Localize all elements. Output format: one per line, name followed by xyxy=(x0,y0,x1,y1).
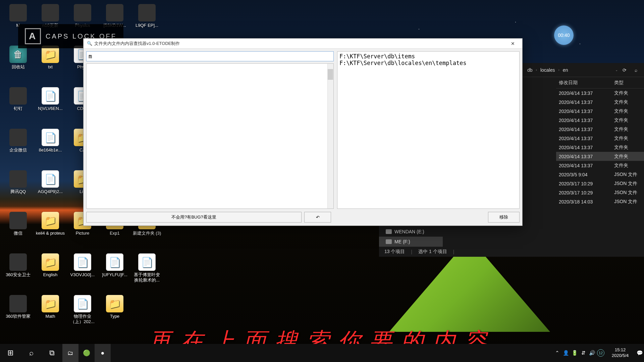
desktop-icon[interactable]: 📁txt xyxy=(34,44,66,85)
desktop-icon[interactable]: 360安全卫士 xyxy=(2,251,34,293)
chevron-right-icon: › xyxy=(536,68,537,72)
desktop-icon[interactable]: 微信 xyxy=(2,210,34,251)
desktop-icon[interactable]: 📄基于傅里叶变换轮廓术的... xyxy=(131,251,163,293)
status-selected-count: 选中 1 个项目 xyxy=(418,249,447,255)
chevron-down-icon[interactable]: ⌄ xyxy=(615,68,618,72)
table-row[interactable]: 2020/4/14 13:37文件夹 xyxy=(556,125,644,134)
breadcrumb-segment[interactable]: en xyxy=(561,67,570,73)
column-header-date[interactable]: 修改日期 xyxy=(556,77,611,88)
dialog-title: 文件夹内文件内内容查找器v1.0-ETODE制作 xyxy=(94,41,180,47)
desktop-icon-label: N)VLV6EN... xyxy=(38,106,62,111)
cell-date: 2020/3/18 14:03 xyxy=(556,197,611,206)
paths-list[interactable]: F:\KTF\Server\db\items F:\KTF\Server\db\… xyxy=(337,51,520,209)
desktop-icon[interactable]: 📄AGQ4P9)2... xyxy=(34,168,66,210)
desktop-icon[interactable]: 📁English xyxy=(34,251,66,293)
desktop-icon[interactable]: 📄V3OVJG0]... xyxy=(66,251,99,293)
dialog-titlebar[interactable]: 🔍 文件夹内文件内内容查找器v1.0-ETODE制作 ✕ xyxy=(84,39,522,49)
tray-icon[interactable]: 👤 xyxy=(561,344,570,362)
notification-center-icon[interactable]: 💬 xyxy=(635,344,644,362)
search-dialog-window: 🔍 文件夹内文件内内容查找器v1.0-ETODE制作 ✕ F:\KTF\Serv… xyxy=(83,38,523,226)
search-icon[interactable]: ⌕ xyxy=(631,65,641,75)
desktop-icon[interactable]: 📄}UFYLFU]F... xyxy=(99,251,131,293)
app-icon xyxy=(9,87,27,105)
cell-type: 文件夹 xyxy=(611,116,644,125)
desktop-icon[interactable]: L9QF EP]... xyxy=(131,2,163,44)
desktop-icon-label: Type xyxy=(110,314,119,319)
desktop-icon[interactable]: 📄物理作业（上）202... xyxy=(66,293,99,335)
scrollbar[interactable] xyxy=(327,64,333,208)
desktop-icon[interactable]: 企业微信 xyxy=(2,127,34,168)
cell-date: 2020/4/14 13:37 xyxy=(556,152,611,161)
drive-item[interactable]: ME (F:) xyxy=(379,237,443,247)
tray-battery-icon[interactable]: 🔋 xyxy=(570,344,579,362)
drive-item[interactable]: WENDAN (E:) xyxy=(379,227,443,237)
app-icon xyxy=(9,4,27,21)
explorer-address-bar[interactable]: db › locales › en ⌄ ⟳ ⌕ xyxy=(523,63,644,77)
desktop-icon[interactable]: 360软件管家 xyxy=(2,293,34,335)
desktop-icon[interactable]: 钉钉 xyxy=(2,85,34,127)
taskbar-app-360[interactable]: 🟢 xyxy=(78,344,95,362)
file-icon: 📄 xyxy=(42,129,59,146)
table-row[interactable]: 2020/3/17 10:29JSON 文件 xyxy=(556,188,644,197)
desktop-icon-label: Picture xyxy=(76,231,89,236)
desktop-icon-label: English xyxy=(43,272,58,278)
table-row[interactable]: 2020/3/5 9:04JSON 文件 xyxy=(556,170,644,179)
tray-volume-icon[interactable]: 🔊 xyxy=(588,344,596,362)
tray-chevron-up-icon[interactable]: ⌃ xyxy=(553,344,561,362)
start-button[interactable]: ⊞ xyxy=(0,344,21,362)
remove-button[interactable]: 移除 xyxy=(488,212,520,223)
close-button[interactable]: ✕ xyxy=(507,39,519,48)
table-row[interactable]: 2020/4/14 13:37文件夹 xyxy=(556,152,644,161)
recording-timer[interactable]: 00:40 xyxy=(554,25,574,45)
cell-date: 2020/4/14 13:37 xyxy=(556,107,611,116)
desktop-icon[interactable]: 📁Type xyxy=(99,293,131,335)
breadcrumb-segment[interactable]: locales xyxy=(539,67,556,73)
app-icon xyxy=(9,170,27,188)
table-row[interactable]: 2020/4/14 13:37文件夹 xyxy=(556,134,644,143)
cell-type: JSON 文件 xyxy=(611,170,644,179)
desktop-icon[interactable]: 📁keil4 & proteus xyxy=(34,210,66,251)
desktop-icon[interactable]: 🗑回收站 xyxy=(2,44,34,85)
desktop-icon-label: 钉钉 xyxy=(14,106,22,111)
app-icon xyxy=(9,253,27,271)
taskbar: ⊞ ⌕ ⧉ 🗂 🟢 ● ⌃ 👤 🔋 ⇵ 🔊 12 15:12 2020/5/4 … xyxy=(0,344,644,362)
desktop-icon[interactable]: 📄8e164b1e... xyxy=(34,127,66,168)
table-row[interactable]: 2020/4/14 13:37文件夹 xyxy=(556,161,644,170)
desktop-icon[interactable]: 📁Math xyxy=(34,293,66,335)
taskbar-clock[interactable]: 15:12 2020/5/4 xyxy=(605,347,635,359)
scrollbar-thumb[interactable] xyxy=(328,69,333,80)
search-input[interactable] xyxy=(86,51,334,61)
search-button[interactable]: ⌕ xyxy=(21,344,42,362)
drive-icon xyxy=(386,239,392,244)
table-row[interactable]: 2020/4/14 13:37文件夹 xyxy=(556,88,644,98)
taskbar-app-explorer[interactable]: 🗂 xyxy=(62,344,78,362)
table-row[interactable]: 2020/4/14 13:37文件夹 xyxy=(556,143,644,152)
cell-type: 文件夹 xyxy=(611,107,644,116)
table-row[interactable]: 2020/3/18 14:03JSON 文件 xyxy=(556,197,644,206)
refresh-button[interactable]: ↶ xyxy=(304,212,331,223)
taskbar-app-recorder[interactable]: ● xyxy=(95,344,111,362)
help-button[interactable]: 不会用?有BUG?看这里 xyxy=(86,212,302,223)
cell-type: 文件夹 xyxy=(611,143,644,152)
table-row[interactable]: 2020/4/14 13:37文件夹 xyxy=(556,107,644,116)
table-row[interactable]: 2020/3/17 10:29JSON 文件 xyxy=(556,179,644,188)
drive-icon xyxy=(386,229,392,234)
app-icon xyxy=(9,212,27,229)
search-results-area[interactable] xyxy=(86,63,334,209)
breadcrumb-segment[interactable]: db xyxy=(526,67,534,73)
cell-date: 2020/3/5 9:04 xyxy=(556,170,611,179)
folder-icon: 📁 xyxy=(42,295,59,312)
desktop-icon[interactable]: 腾讯QQ xyxy=(2,168,34,210)
refresh-icon[interactable]: ⟳ xyxy=(620,65,629,75)
tray-badge[interactable]: 12 xyxy=(596,344,605,362)
search-icon: 🔍 xyxy=(87,41,92,46)
cell-type: 文件夹 xyxy=(611,134,644,143)
desktop-icon[interactable]: 📄N)VLV6EN... xyxy=(34,85,66,127)
task-view-button[interactable]: ⧉ xyxy=(42,344,62,362)
file-icon: 📄 xyxy=(106,253,123,271)
desktop-icon-label: 物理作业（上）202... xyxy=(67,314,98,324)
tray-network-icon[interactable]: ⇵ xyxy=(579,344,588,362)
table-row[interactable]: 2020/4/14 13:37文件夹 xyxy=(556,116,644,125)
table-row[interactable]: 2020/4/14 13:37文件夹 xyxy=(556,98,644,107)
column-header-type[interactable]: 类型 xyxy=(611,77,644,88)
